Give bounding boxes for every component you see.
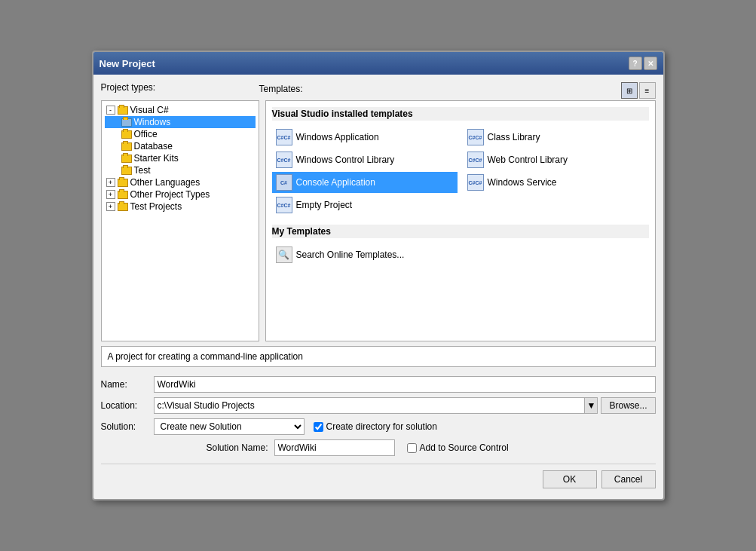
template-search-online[interactable]: 🔍 Search Online Templates... (272, 244, 649, 265)
solution-name-label: Solution Name: (207, 442, 274, 453)
ok-button[interactable]: OK (543, 470, 597, 488)
console-app-icon: C# (275, 173, 293, 191)
templates-container[interactable]: Visual Studio installed templates C# Win… (265, 100, 656, 341)
location-dropdown-arrow[interactable]: ▼ (584, 397, 598, 414)
cancel-button[interactable]: Cancel (601, 470, 656, 488)
create-directory-area: Create directory for solution (314, 421, 437, 432)
test-projects-label: Test Projects (130, 201, 182, 212)
visual-cs-folder-icon (118, 106, 128, 115)
dialog-title: New Project (99, 58, 155, 69)
project-types-panel: - Visual C# Windows Office Data (101, 100, 259, 341)
tree-item-database[interactable]: Database (105, 140, 256, 152)
bottom-buttons: OK Cancel (101, 464, 656, 491)
visual-cs-toggle[interactable]: - (106, 106, 115, 115)
office-folder-icon (121, 130, 132, 139)
project-types-label: Project types: (101, 82, 259, 93)
browse-button[interactable]: Browse... (601, 397, 655, 414)
name-row: Name: (101, 376, 656, 393)
location-label: Location: (101, 400, 154, 411)
tree-item-test-projects[interactable]: + Test Projects (105, 201, 256, 213)
tree-item-starter-kits[interactable]: Starter Kits (105, 152, 256, 164)
description-bar: A project for creating a command-line ap… (101, 346, 656, 367)
starter-kits-folder-icon (121, 155, 132, 163)
office-label: Office (134, 129, 158, 139)
search-online-icon: 🔍 (275, 246, 293, 264)
create-directory-label: Create directory for solution (326, 421, 437, 432)
description-text: A project for creating a command-line ap… (108, 351, 303, 362)
template-windows-app[interactable]: C# Windows Application (272, 127, 458, 148)
template-windows-control-lib[interactable]: C# Windows Control Library (272, 149, 458, 170)
title-bar-buttons: ? ✕ (629, 57, 657, 70)
add-source-control-checkbox[interactable] (407, 443, 417, 453)
templates-panel: Visual Studio installed templates C# Win… (265, 100, 656, 341)
add-source-control-label: Add to Source Control (420, 442, 509, 453)
view-toggle-buttons: ⊞ ≡ (621, 82, 656, 99)
tree-item-office[interactable]: Office (105, 128, 256, 140)
other-project-types-folder-icon (118, 191, 128, 199)
windows-app-label: Windows Application (296, 132, 379, 142)
close-button[interactable]: ✕ (644, 57, 657, 70)
solution-label: Solution: (101, 421, 154, 432)
template-console-app[interactable]: C# Console Application (272, 172, 458, 193)
installed-templates-label: Visual Studio installed templates (272, 107, 649, 121)
other-languages-label: Other Languages (130, 177, 200, 188)
windows-label: Windows (134, 117, 171, 127)
templates-grid: C# Windows Application C# Class Library (272, 127, 649, 216)
empty-project-icon: C# (275, 196, 293, 214)
web-control-lib-icon: C# (467, 151, 485, 169)
solution-name-row: Solution Name: Add to Source Control (101, 439, 656, 456)
other-languages-folder-icon (118, 179, 128, 187)
tree-item-test[interactable]: Test (105, 164, 256, 176)
add-source-control-area: Add to Source Control (407, 442, 509, 453)
main-panels: - Visual C# Windows Office Data (101, 100, 656, 341)
templates-label: Templates: (259, 84, 303, 94)
form-section: Name: Location: ▼ Browse... Solution: Cr… (101, 373, 656, 459)
help-button[interactable]: ? (629, 57, 642, 70)
location-input[interactable] (154, 397, 586, 414)
dialog-body: Project types: Templates: ⊞ ≡ - (93, 75, 663, 499)
solution-select[interactable]: Create new Solution (154, 418, 305, 435)
other-languages-toggle[interactable]: + (106, 178, 115, 187)
database-folder-icon (121, 142, 132, 151)
windows-folder-icon (121, 118, 132, 127)
database-label: Database (134, 141, 173, 152)
my-templates-label: My Templates (272, 225, 649, 238)
test-label: Test (134, 165, 151, 176)
template-web-control-lib[interactable]: C# Web Control Library (464, 149, 649, 170)
template-empty-project[interactable]: C# Empty Project (272, 194, 458, 216)
solution-name-input[interactable] (274, 439, 395, 456)
template-windows-service[interactable]: C# Windows Service (464, 172, 649, 193)
name-label: Name: (101, 379, 154, 390)
test-projects-toggle[interactable]: + (106, 202, 115, 211)
class-library-icon: C# (467, 128, 485, 146)
windows-control-lib-label: Windows Control Library (296, 155, 395, 165)
console-app-label: Console Application (296, 177, 375, 188)
windows-app-icon: C# (275, 128, 293, 146)
tree-item-other-languages[interactable]: + Other Languages (105, 176, 256, 188)
tree-item-other-project-types[interactable]: + Other Project Types (105, 188, 256, 201)
windows-control-lib-icon: C# (275, 151, 293, 169)
location-combo: ▼ (154, 397, 598, 414)
create-directory-checkbox[interactable] (314, 422, 323, 432)
tree-item-visual-cs[interactable]: - Visual C# (105, 104, 256, 116)
title-bar: New Project ? ✕ (93, 52, 663, 75)
empty-project-label: Empty Project (296, 200, 353, 210)
other-project-types-toggle[interactable]: + (106, 190, 115, 199)
windows-service-icon: C# (467, 173, 485, 191)
small-icon-view-button[interactable]: ≡ (639, 82, 656, 99)
large-icon-view-button[interactable]: ⊞ (621, 82, 638, 99)
name-input[interactable] (154, 376, 656, 393)
other-project-types-label: Other Project Types (130, 189, 210, 200)
web-control-lib-label: Web Control Library (488, 155, 568, 165)
location-row: Location: ▼ Browse... (101, 397, 656, 414)
visual-cs-label: Visual C# (130, 105, 169, 115)
test-folder-icon (121, 167, 132, 175)
starter-kits-label: Starter Kits (134, 153, 179, 164)
windows-service-label: Windows Service (488, 177, 557, 188)
project-types-tree[interactable]: - Visual C# Windows Office Data (101, 100, 259, 341)
new-project-dialog: New Project ? ✕ Project types: Templates… (92, 51, 665, 500)
solution-select-wrapper: Create new Solution (154, 418, 305, 435)
solution-row: Solution: Create new Solution Create dir… (101, 418, 656, 435)
template-class-library[interactable]: C# Class Library (464, 127, 649, 148)
tree-item-windows[interactable]: Windows (105, 116, 256, 128)
